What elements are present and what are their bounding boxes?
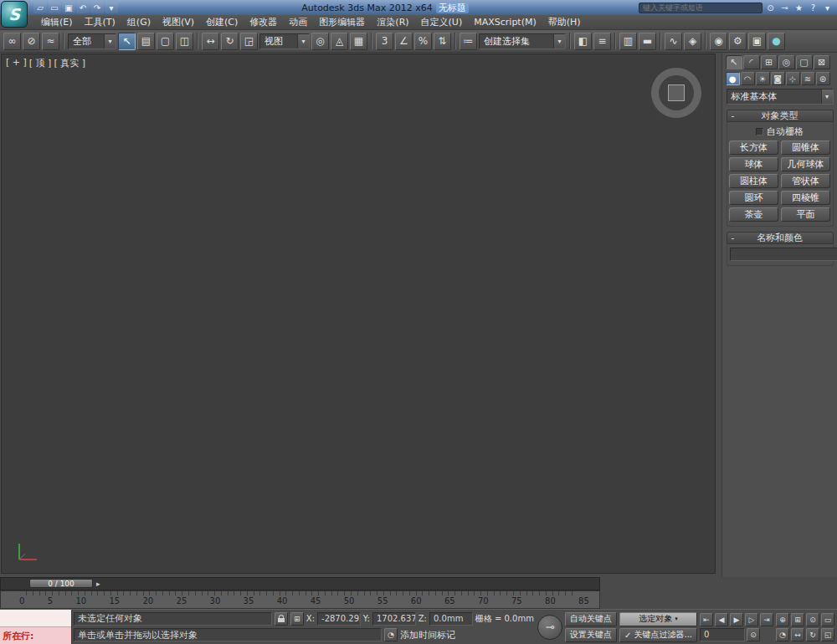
application-menu-button[interactable]: S — [1, 1, 28, 28]
menu-animation[interactable]: 动画 — [283, 15, 313, 29]
qat-flyout-icon[interactable]: ▾ — [105, 2, 118, 13]
torus-button[interactable]: 圆环 — [729, 191, 778, 205]
selection-region-icon[interactable]: ▢ — [157, 33, 174, 50]
key-mode-toggle-icon[interactable]: ⊙ — [747, 628, 760, 641]
viewcube-top-face[interactable] — [668, 84, 685, 101]
menu-graph-editors[interactable]: 图形编辑器 — [313, 15, 371, 29]
x-coord-field[interactable]: -2870.293mm — [317, 612, 361, 626]
spinner-snap-icon[interactable]: ⇅ — [434, 33, 451, 50]
menu-help[interactable]: 帮助(H) — [542, 15, 587, 29]
next-frame-arrow-icon[interactable]: ▸ — [96, 578, 100, 590]
select-by-name-icon[interactable]: ▤ — [137, 33, 155, 50]
open-file-icon[interactable]: ▭ — [48, 2, 61, 13]
category-geometry-icon[interactable]: ● — [726, 72, 740, 85]
schematic-view-icon[interactable]: ◈ — [684, 33, 701, 50]
category-systems-icon[interactable]: ⊛ — [816, 72, 830, 85]
y-coord-field[interactable]: 1702.637mm — [372, 612, 416, 626]
chevron-down-icon[interactable]: ▾ — [104, 34, 116, 49]
save-file-icon[interactable]: ▣ — [62, 2, 75, 13]
viewport-top[interactable]: [ + ] [ 顶 ] [ 真实 ] — [1, 54, 716, 574]
object-type-rollout-header[interactable]: - 对象类型 — [727, 110, 834, 122]
layer-manager-icon[interactable]: ▥ — [619, 33, 637, 50]
render-production-icon[interactable]: ● — [768, 33, 785, 50]
tab-motion[interactable]: ◎ — [778, 55, 795, 69]
auto-key-button[interactable]: 自动关键点 — [565, 612, 617, 626]
tab-utilities[interactable]: ⊠ — [814, 55, 830, 69]
undo-icon[interactable]: ↶ — [76, 2, 90, 13]
select-and-manipulate-icon[interactable]: ◬ — [331, 33, 348, 50]
object-category-dropdown[interactable]: 标准基本体 ▾ — [727, 89, 834, 105]
select-object-button[interactable]: ↖ — [118, 33, 136, 50]
menu-customize[interactable]: 自定义(U) — [415, 15, 469, 29]
graphite-ribbon-toggle-icon[interactable]: ▬ — [639, 33, 656, 50]
field-of-view-icon[interactable]: ◔ — [776, 628, 789, 641]
zoom-region-icon[interactable]: ▭ — [821, 613, 834, 626]
rendered-frame-window-icon[interactable]: ▣ — [748, 33, 766, 50]
category-cameras-icon[interactable]: ◙ — [771, 72, 785, 85]
snap-toggle-3d-icon[interactable]: 3 — [376, 33, 393, 50]
menu-maxscript[interactable]: MAXScript(M) — [468, 16, 542, 28]
menu-modifiers[interactable]: 修改器 — [244, 15, 283, 29]
teapot-button[interactable]: 茶壶 — [729, 207, 778, 222]
time-slider-track[interactable]: 0 / 100 ▸ — [0, 577, 600, 590]
edit-named-sets-icon[interactable]: ≔ — [460, 33, 477, 50]
material-editor-icon[interactable]: ◉ — [710, 33, 727, 50]
sphere-button[interactable]: 球体 — [729, 157, 778, 171]
category-shapes-icon[interactable]: ◠ — [741, 72, 755, 85]
tab-modify[interactable]: ◜ — [743, 55, 760, 69]
plane-button[interactable]: 平面 — [781, 207, 830, 222]
reference-coordinate-dropdown[interactable]: 视图 ▾ — [259, 33, 310, 49]
selection-lock-toggle[interactable] — [275, 612, 288, 626]
zoom-all-icon[interactable]: ⊞ — [791, 613, 804, 626]
key-filter-mode-dropdown[interactable]: 选定对象 ▾ — [619, 612, 697, 626]
use-pivot-point-icon[interactable]: ◎ — [311, 33, 329, 50]
viewcube[interactable] — [651, 68, 701, 118]
selection-filter-dropdown[interactable]: 全部 ▾ — [68, 33, 116, 49]
tab-create[interactable]: ↖ — [726, 55, 742, 69]
menu-views[interactable]: 视图(V) — [157, 15, 200, 29]
redo-icon[interactable]: ↷ — [90, 2, 104, 13]
infocenter-search-input[interactable] — [639, 3, 763, 13]
set-keys-big-button[interactable]: ⊸ — [537, 615, 562, 640]
previous-frame-icon[interactable]: ◀ — [715, 613, 728, 626]
category-helpers-icon[interactable]: ⊹ — [786, 72, 800, 85]
search-icon[interactable]: ⊙ — [764, 2, 777, 13]
go-to-end-icon[interactable]: ⇥ — [760, 613, 773, 626]
autogrid-checkbox[interactable] — [756, 128, 763, 135]
go-to-start-icon[interactable]: ⇤ — [700, 613, 713, 626]
time-slider-handle[interactable]: 0 / 100 — [29, 579, 93, 588]
viewport-shading-menu[interactable]: [ 真实 ] — [54, 57, 85, 69]
menu-edit[interactable]: 编辑(E) — [35, 15, 79, 29]
align-icon[interactable]: ≡ — [593, 33, 611, 50]
pan-view-icon[interactable]: ↔ — [791, 628, 804, 641]
help-icon[interactable]: ? — [807, 2, 819, 13]
cylinder-button[interactable]: 圆柱体 — [729, 174, 778, 188]
set-key-button[interactable]: 设置关键点 — [565, 628, 617, 642]
select-and-move-icon[interactable]: ↔ — [202, 33, 219, 50]
zoom-icon[interactable]: ⊕ — [776, 613, 789, 626]
play-animation-icon[interactable]: ▶ — [730, 613, 743, 626]
absolute-offset-toggle-icon[interactable]: ⊞ — [290, 612, 304, 626]
cone-button[interactable]: 圆锥体 — [781, 141, 830, 155]
select-and-scale-icon[interactable]: ◲ — [240, 33, 258, 50]
next-frame-icon[interactable]: ▷ — [745, 613, 758, 626]
mirror-icon[interactable]: ◧ — [574, 33, 592, 50]
new-scene-icon[interactable]: ▱ — [33, 2, 47, 13]
viewport-pov-menu[interactable]: [ 顶 ] — [29, 57, 52, 69]
curve-editor-icon[interactable]: ∿ — [665, 33, 682, 50]
box-button[interactable]: 长方体 — [729, 141, 778, 155]
key-filters-button[interactable]: ✓ 关键点过滤器... — [619, 628, 697, 642]
menu-tools[interactable]: 工具(T) — [79, 15, 121, 29]
tube-button[interactable]: 管状体 — [781, 174, 830, 188]
add-time-tag[interactable]: ◔ 添加时间标记 — [384, 628, 455, 641]
menu-group[interactable]: 组(G) — [121, 15, 157, 29]
z-coord-field[interactable]: 0.0mm — [429, 612, 473, 626]
favorites-star-icon[interactable]: ★ — [793, 2, 805, 13]
keyboard-shortcut-override-icon[interactable]: ▦ — [350, 33, 367, 50]
current-frame-field[interactable]: 0 — [700, 628, 745, 641]
zoom-extents-icon[interactable]: ⊙ — [806, 613, 819, 626]
chevron-down-icon[interactable]: ▾ — [821, 89, 833, 104]
macro-recorder-pane[interactable] — [0, 610, 71, 627]
category-spacewarps-icon[interactable]: ≋ — [801, 72, 815, 85]
name-color-rollout-header[interactable]: - 名称和颜色 — [727, 232, 834, 244]
